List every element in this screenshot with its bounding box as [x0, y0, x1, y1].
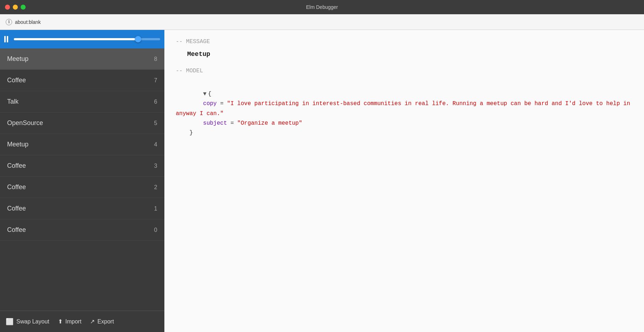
event-number: 7 — [154, 77, 157, 84]
event-label: Coffee — [7, 226, 26, 234]
event-number: 5 — [154, 120, 157, 126]
code-block: ▼{ copy = "I love participating in inter… — [176, 80, 633, 147]
event-number: 4 — [154, 141, 157, 148]
event-item[interactable]: Talk 6 — [0, 91, 164, 113]
field-copy-value: "I love participating in interest-based … — [176, 100, 634, 116]
event-number: 1 — [154, 206, 157, 212]
event-item[interactable]: Coffee 3 — [0, 155, 164, 177]
bottom-toolbar: ⬜ Swap Layout ⬆ Import ↗ Export — [0, 311, 164, 332]
swap-layout-button[interactable]: ⬜ Swap Layout — [6, 318, 49, 326]
pause-bar-left — [4, 36, 6, 42]
swap-layout-label: Swap Layout — [16, 318, 49, 325]
title-bar: Elm Debugger — [0, 0, 644, 14]
message-comment: -- MESSAGE — [176, 38, 633, 45]
pause-icon — [4, 36, 8, 42]
model-section: -- MODEL ▼{ copy = "I love participating… — [176, 68, 633, 147]
info-symbol: ℹ — [8, 20, 10, 24]
event-label: Talk — [7, 98, 19, 105]
event-label: Meetup — [7, 141, 28, 148]
window-title: Elm Debugger — [306, 4, 338, 10]
pause-button[interactable] — [4, 36, 8, 42]
swap-layout-icon: ⬜ — [6, 318, 14, 326]
field-subject-value: "Organize a meetup" — [237, 120, 302, 126]
export-label: Export — [97, 318, 114, 325]
url-text: about:blank — [15, 19, 41, 25]
field-copy-key: copy — [203, 100, 217, 107]
window-controls[interactable] — [5, 5, 26, 10]
message-value: Meetup — [187, 51, 633, 58]
field-subject-key: subject — [203, 120, 227, 126]
code-panel: -- MESSAGE Meetup -- MODEL ▼{ copy = "I … — [164, 30, 644, 332]
import-button[interactable]: ⬆ Import — [58, 318, 81, 325]
model-comment: -- MODEL — [176, 68, 633, 74]
maximize-button[interactable] — [21, 5, 26, 10]
event-item[interactable]: Meetup 4 — [0, 134, 164, 155]
event-item[interactable]: Meetup 8 — [0, 48, 164, 70]
event-label: Coffee — [7, 162, 26, 170]
collapse-arrow[interactable]: ▼ — [203, 91, 207, 97]
sidebar: Meetup 8 Coffee 7 Talk 6 OpenSource 5 Me… — [0, 30, 164, 332]
field-subject-equals: = — [231, 120, 234, 126]
close-button[interactable] — [5, 5, 10, 10]
field-copy-equals: = — [220, 100, 224, 107]
event-number: 8 — [154, 56, 157, 62]
event-item[interactable]: Coffee 7 — [0, 70, 164, 91]
event-number: 2 — [154, 184, 157, 191]
event-label: OpenSource — [7, 119, 43, 127]
event-number: 6 — [154, 99, 157, 105]
event-number: 0 — [154, 227, 157, 233]
slider-fill — [14, 38, 138, 40]
pause-bar-right — [7, 36, 8, 42]
import-label: Import — [65, 318, 81, 325]
open-brace: { — [208, 91, 211, 97]
event-item[interactable]: Coffee 1 — [0, 198, 164, 219]
import-icon: ⬆ — [58, 318, 63, 325]
info-icon: ℹ — [6, 19, 12, 25]
export-icon: ↗ — [90, 318, 95, 325]
event-item[interactable]: OpenSource 5 — [0, 113, 164, 134]
event-item[interactable]: Coffee 2 — [0, 177, 164, 198]
event-number: 3 — [154, 163, 157, 169]
export-button[interactable]: ↗ Export — [90, 318, 114, 325]
controls-bar — [0, 30, 164, 48]
slider-thumb — [135, 36, 141, 42]
event-label: Meetup — [7, 55, 28, 63]
close-brace: } — [176, 130, 193, 136]
main-content: Meetup 8 Coffee 7 Talk 6 OpenSource 5 Me… — [0, 30, 644, 332]
url-bar: ℹ about:blank — [0, 14, 644, 30]
event-list[interactable]: Meetup 8 Coffee 7 Talk 6 OpenSource 5 Me… — [0, 48, 164, 311]
event-label: Coffee — [7, 183, 26, 191]
event-label: Coffee — [7, 205, 26, 212]
event-item[interactable]: Coffee 0 — [0, 219, 164, 241]
minimize-button[interactable] — [13, 5, 18, 10]
timeline-slider[interactable] — [14, 38, 160, 40]
event-label: Coffee — [7, 77, 26, 84]
